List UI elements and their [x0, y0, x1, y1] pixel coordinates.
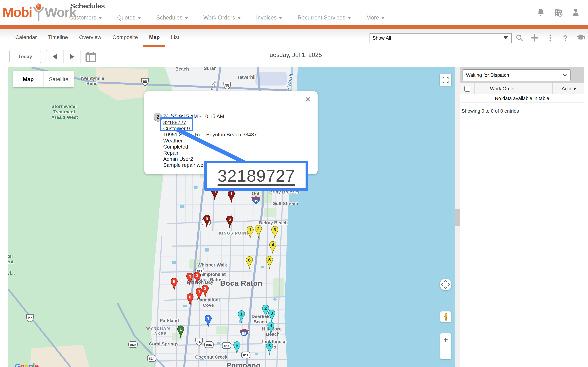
tab-composite[interactable]: Composite	[107, 29, 144, 47]
svg-text:1: 1	[230, 192, 232, 196]
zoom-in-button[interactable]: +	[440, 333, 451, 346]
svg-text:4: 4	[272, 242, 274, 247]
header-divider	[66, 3, 66, 22]
user-icon[interactable]	[571, 8, 580, 17]
pin-yellow-3[interactable]: 3	[271, 226, 278, 240]
bell-icon[interactable]	[536, 8, 546, 17]
pin-red-3[interactable]: 3	[194, 272, 201, 285]
column-work-order: Work Order	[490, 83, 515, 94]
training-icon[interactable]	[576, 33, 585, 42]
map-label: Bend	[86, 81, 98, 86]
nav-more[interactable]: More	[366, 14, 385, 21]
pan-left-icon[interactable]	[441, 283, 444, 286]
tab-calendar[interactable]: Calendar	[10, 29, 42, 47]
fullscreen-button[interactable]	[440, 74, 451, 86]
map-label: Suran	[204, 67, 217, 71]
tab-overview[interactable]: Overview	[74, 29, 107, 47]
pan-down-icon[interactable]	[444, 286, 447, 289]
nav-recurrent-services[interactable]: Recurrent Services	[298, 14, 351, 21]
pan-up-icon[interactable]	[444, 280, 447, 283]
route-shield-869: 869	[128, 340, 138, 349]
street-view-pegman[interactable]	[440, 311, 451, 322]
more-icon[interactable]	[546, 33, 555, 42]
show-all-dropdown[interactable]: Show All	[370, 33, 512, 43]
nav-schedules[interactable]: Schedules	[156, 14, 188, 21]
mobiwork-logo[interactable]: Mobi Work	[2, 1, 76, 23]
interstate-shield-95: 95	[239, 328, 249, 338]
close-icon[interactable]: ×	[305, 95, 311, 104]
map-label: Stormwater	[51, 104, 77, 109]
page-title: Schedules	[71, 2, 105, 10]
caret-down-icon	[185, 17, 188, 19]
pin-cyan-4[interactable]: 4	[267, 322, 274, 335]
map-label: Beach	[253, 319, 267, 324]
pin-red-5[interactable]: 5	[171, 278, 178, 292]
google-attribution: Google	[15, 362, 39, 367]
tab-list[interactable]: List	[165, 29, 185, 47]
search-icon[interactable]	[515, 33, 524, 42]
pin-cyan-5[interactable]: 5	[266, 342, 273, 356]
accent-bar	[0, 25, 588, 29]
pin-green-1[interactable]: 1	[177, 325, 184, 339]
map-label: Golf	[252, 191, 261, 196]
nav-customers[interactable]: Customers	[69, 14, 102, 21]
pin-maroon-6[interactable]: 6	[226, 216, 233, 229]
pin-maroon-5[interactable]: 5	[203, 215, 210, 228]
tab-timeline[interactable]: Timeline	[42, 29, 74, 47]
panel-scrollbar-thumb[interactable]	[455, 209, 460, 226]
map-canvas[interactable]: SuranBeachHaverhillTwentymileBendFlorida…	[8, 67, 455, 367]
popup-line-3[interactable]: 10951 S, Jog Rd - Boynton Beach 33437	[163, 132, 257, 138]
nav-quotes[interactable]: Quotes	[117, 14, 141, 21]
svg-text:6: 6	[236, 343, 238, 348]
svg-text:5: 5	[206, 216, 208, 221]
nav-work-orders[interactable]: Work Orders	[203, 14, 241, 21]
pin-yellow-2[interactable]: 2	[255, 225, 262, 239]
calendar-clock-icon[interactable]	[553, 8, 563, 17]
dispatch-filter-select[interactable]: Waiting for Dispatch	[463, 69, 571, 81]
add-icon[interactable]	[530, 33, 539, 42]
pin-cyan-3[interactable]: 3	[268, 309, 275, 323]
column-actions: Actions	[555, 83, 584, 94]
pin-yellow-4[interactable]: 4	[269, 241, 276, 255]
zoom-out-button[interactable]: −	[440, 346, 451, 359]
tab-map[interactable]: Map	[143, 29, 165, 47]
map-type-satellite-button[interactable]: Satellite	[43, 71, 74, 87]
map-label: KINGS POINT	[219, 231, 249, 235]
chevron-down-icon	[563, 73, 567, 76]
help-icon[interactable]: ?	[561, 33, 570, 42]
pin-red-6[interactable]: 6	[186, 293, 194, 307]
popup-line-1[interactable]: 32189727	[163, 119, 257, 125]
svg-text:1: 1	[180, 327, 182, 332]
map-label: vl...	[8, 270, 15, 276]
nav-invoices[interactable]: Invoices	[256, 14, 282, 21]
pin-red-4[interactable]: 4	[186, 272, 193, 286]
popup-line-5: Completed	[163, 144, 257, 150]
svg-text:5: 5	[268, 257, 271, 262]
map-type-map-button[interactable]: Map	[13, 71, 43, 87]
pan-right-icon[interactable]	[447, 283, 450, 286]
pin-yellow-5[interactable]: 5	[266, 256, 273, 270]
pin-blue-1[interactable]: 1	[205, 315, 212, 328]
app-header: Mobi Work Schedules CustomersQuotesSched…	[0, 0, 588, 25]
map-label: ent	[8, 259, 14, 265]
magnified-work-order-value: 32189727	[217, 166, 295, 185]
svg-text:6: 6	[248, 258, 251, 262]
popup-line-4[interactable]: Weather	[163, 138, 257, 144]
pin-cyan-1[interactable]: 1	[238, 310, 245, 324]
pin-cyan-6[interactable]: 6	[233, 341, 240, 355]
svg-text:2: 2	[204, 286, 207, 291]
caret-down-icon	[348, 17, 351, 19]
header-icons	[536, 8, 580, 17]
svg-text:5: 5	[173, 279, 175, 284]
view-tabstrip: CalendarTimelineOverviewCompositeMapList…	[0, 29, 588, 47]
pin-maroon-1[interactable]: 1	[228, 190, 235, 204]
select-all-checkbox[interactable]	[464, 86, 470, 92]
pin-red-1[interactable]: 1	[196, 288, 203, 302]
pin-yellow-1[interactable]: 1	[247, 226, 254, 240]
zoom-control: + −	[440, 333, 451, 359]
table-footer-count: Showing 0 to 0 of 0 entries	[462, 108, 519, 114]
magnified-work-order: 32189727	[204, 161, 308, 191]
map-label: Area 1 West	[51, 115, 78, 120]
pin-yellow-6[interactable]: 6	[246, 256, 253, 270]
popup-line-2[interactable]: Customer 9	[163, 125, 257, 132]
